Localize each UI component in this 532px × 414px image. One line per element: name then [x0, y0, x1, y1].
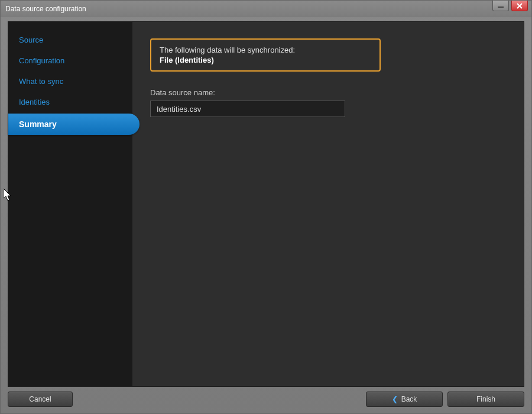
sidebar-item-label: What to sync	[19, 77, 63, 86]
footer-right-group: ❮ Back Finish	[366, 392, 524, 407]
close-button[interactable]	[511, 1, 528, 11]
back-arrow-icon: ❮	[392, 395, 398, 403]
sidebar-item-what-to-sync[interactable]: What to sync	[8, 72, 132, 90]
wizard-sidebar: Source Configuration What to sync Identi…	[8, 22, 132, 386]
sidebar-item-configuration[interactable]: Configuration	[8, 51, 132, 70]
sync-info-panel: The following data will be synchronized:…	[150, 38, 381, 72]
window-title: Data source configuration	[5, 5, 86, 13]
dialog-footer: Cancel ❮ Back Finish	[8, 390, 524, 409]
sync-info-message: The following data will be synchronized:	[160, 46, 371, 54]
close-icon	[517, 3, 523, 9]
titlebar: Data source configuration	[1, 1, 531, 17]
content-area: The following data will be synchronized:…	[132, 22, 524, 386]
sidebar-item-label: Identities	[19, 98, 50, 106]
sidebar-item-label: Configuration	[19, 56, 64, 65]
data-source-name-input[interactable]	[150, 101, 345, 117]
cancel-button-label: Cancel	[29, 395, 51, 403]
titlebar-controls	[492, 1, 531, 11]
back-button[interactable]: ❮ Back	[366, 392, 443, 407]
sync-info-detail: File (Identities)	[160, 56, 371, 64]
dialog-window: Data source configuration Source Configu…	[0, 0, 532, 414]
finish-button-label: Finish	[476, 395, 495, 403]
minimize-button[interactable]	[492, 1, 509, 11]
dialog-body: Source Configuration What to sync Identi…	[8, 21, 524, 387]
sidebar-item-summary[interactable]: Summary	[8, 114, 140, 135]
back-button-label: Back	[401, 395, 417, 403]
cancel-button[interactable]: Cancel	[8, 392, 73, 407]
data-source-name-label: Data source name:	[150, 88, 506, 97]
sidebar-item-label: Source	[19, 35, 43, 44]
sidebar-item-source[interactable]: Source	[8, 31, 132, 49]
minimize-icon	[498, 7, 504, 8]
finish-button[interactable]: Finish	[447, 392, 524, 407]
sidebar-item-label: Summary	[19, 119, 57, 129]
sidebar-item-identities[interactable]: Identities	[8, 93, 132, 111]
